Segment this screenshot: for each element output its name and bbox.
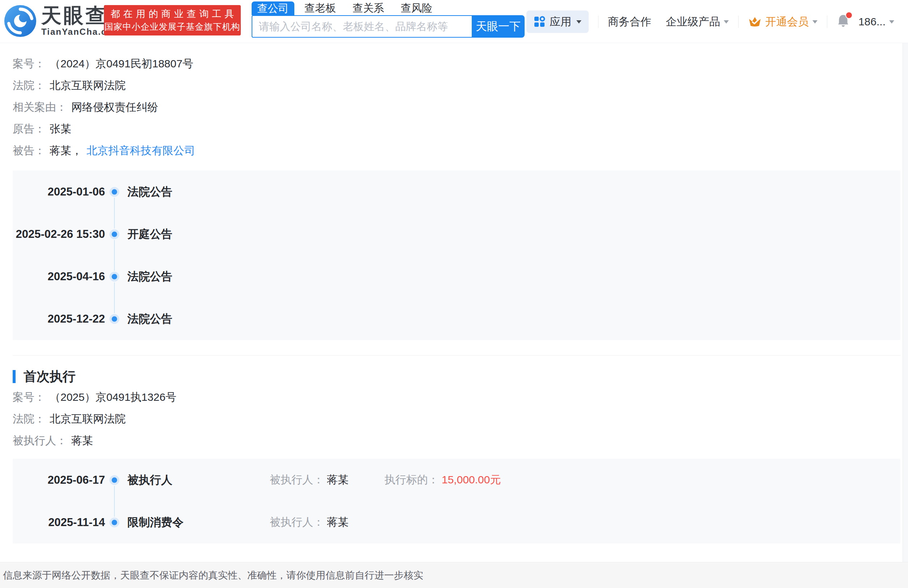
timeline-event-title: 法院公告 bbox=[127, 311, 172, 327]
execution-target: 执行标的： 15,000.00元 bbox=[385, 472, 501, 487]
field-label: 被告： bbox=[13, 143, 45, 158]
timeline-row[interactable]: 2025-11-14 限制消费令 被执行人： 蒋某 bbox=[13, 501, 900, 543]
field-label: 法院： bbox=[13, 78, 45, 93]
timeline-date: 2025-02-26 15:30 bbox=[13, 228, 105, 241]
promo-banner: 都在用的商业查询工具 国家中小企业发展子基金旗下机构 bbox=[104, 5, 241, 35]
tab-boss[interactable]: 查老板 bbox=[304, 1, 336, 16]
promo-banner-line2: 国家中小企业发展子基金旗下机构 bbox=[104, 20, 241, 33]
vip-label: 开通会员 bbox=[765, 14, 809, 29]
timeline-track bbox=[105, 213, 124, 255]
case-field-row: 原告： 张某 bbox=[13, 118, 900, 140]
execution-section-title: 首次执行 bbox=[24, 368, 76, 386]
field-value: 北京互联网法院 bbox=[50, 412, 126, 427]
defendant-name: 蒋某， bbox=[50, 143, 82, 158]
tianyancha-eye-icon bbox=[3, 4, 37, 38]
timeline-track bbox=[105, 171, 124, 213]
search-module: 查公司 查老板 查关系 查风险 天眼一下 bbox=[252, 2, 525, 38]
executed-person-value: 蒋某 bbox=[327, 515, 349, 530]
execution-target-label: 执行标的： bbox=[385, 472, 439, 487]
timeline-event-title: 开庭公告 bbox=[127, 227, 172, 242]
timeline-dot-icon bbox=[112, 189, 117, 195]
nav-divider bbox=[827, 16, 827, 28]
nav-divider bbox=[598, 16, 599, 28]
field-value: 北京互联网法院 bbox=[50, 78, 126, 93]
timeline-dot-icon bbox=[112, 274, 117, 279]
vip-upgrade-button[interactable]: 开通会员 bbox=[748, 14, 818, 29]
tab-company[interactable]: 查公司 bbox=[252, 2, 295, 15]
timeline-track bbox=[105, 298, 124, 340]
chevron-down-icon bbox=[724, 20, 729, 24]
apps-menu-label: 应用 bbox=[550, 14, 571, 29]
field-value: （2025）京0491执1326号 bbox=[50, 390, 176, 405]
executed-person-label: 被执行人： bbox=[270, 472, 324, 487]
tab-relation[interactable]: 查关系 bbox=[353, 1, 384, 16]
field-label: 案号： bbox=[13, 56, 45, 71]
scrollbar[interactable] bbox=[903, 32, 908, 588]
timeline-row[interactable]: 2025-01-06 法院公告 bbox=[13, 171, 900, 213]
nav-divider bbox=[738, 16, 739, 28]
timeline-dot-icon bbox=[112, 231, 117, 237]
timeline-dot-icon bbox=[112, 520, 117, 525]
field-value: （2024）京0491民初18807号 bbox=[50, 56, 193, 71]
field-label: 原告： bbox=[13, 122, 45, 137]
timeline-event-title: 被执行人 bbox=[127, 472, 270, 488]
nav-enterprise-label: 企业级产品 bbox=[666, 14, 720, 29]
case-field-row: 案号： （2024）京0491民初18807号 bbox=[13, 53, 900, 74]
footer-disclaimer-bar: 信息来源于网络公开数据，天眼查不保证内容的真实性、准确性，请你使用信息前自行进一… bbox=[0, 562, 908, 588]
timeline-row[interactable]: 2025-06-17 被执行人 被执行人： 蒋某 执行标的： 15,000.00… bbox=[13, 459, 900, 501]
defendant-row: 被告： 蒋某， 北京抖音科技有限公司 bbox=[13, 140, 900, 161]
tab-risk[interactable]: 查风险 bbox=[401, 1, 432, 16]
timeline-dot-icon bbox=[112, 477, 117, 483]
field-label: 法院： bbox=[13, 412, 45, 427]
timeline-date: 2025-12-22 bbox=[13, 313, 105, 325]
timeline-row[interactable]: 2025-02-26 15:30 开庭公告 bbox=[13, 213, 900, 255]
crown-icon bbox=[748, 16, 762, 28]
apps-menu-button[interactable]: 应用 bbox=[526, 11, 589, 33]
chevron-down-icon bbox=[812, 20, 818, 24]
timeline-row[interactable]: 2025-12-22 法院公告 bbox=[13, 298, 900, 340]
main-content: 案号： （2024）京0491民初18807号 法院： 北京互联网法院 相关案由… bbox=[0, 43, 908, 543]
execution-target-amount: 15,000.00元 bbox=[442, 472, 501, 487]
timeline-date: 2025-11-14 bbox=[13, 516, 105, 529]
timeline-track bbox=[105, 255, 124, 298]
nav-business-cooperation[interactable]: 商务合作 bbox=[608, 14, 651, 29]
timeline-date: 2025-04-16 bbox=[13, 270, 105, 283]
timeline-row[interactable]: 2025-04-16 法院公告 bbox=[13, 255, 900, 298]
timeline-track bbox=[105, 501, 124, 543]
notifications-button[interactable] bbox=[837, 14, 850, 30]
case-detail-fields: 案号： （2024）京0491民初18807号 法院： 北京互联网法院 相关案由… bbox=[13, 53, 900, 140]
apps-grid-icon bbox=[534, 16, 545, 27]
execution-timeline-card: 2025-06-17 被执行人 被执行人： 蒋某 执行标的： 15,000.00… bbox=[13, 459, 900, 543]
top-header: 天眼查 TianYanCha.com 都在用的商业查询工具 国家中小企业发展子基… bbox=[0, 0, 908, 43]
field-value: 张某 bbox=[50, 122, 71, 137]
search-input[interactable] bbox=[252, 15, 472, 38]
field-value: 网络侵权责任纠纷 bbox=[71, 100, 158, 115]
header-nav: 应用 商务合作 企业级产品 开通会员 186... bbox=[526, 10, 894, 33]
field-value: 蒋某 bbox=[71, 433, 93, 448]
search-button[interactable]: 天眼一下 bbox=[472, 15, 525, 38]
executed-person-label: 被执行人： bbox=[270, 515, 324, 530]
executed-person: 被执行人： 蒋某 bbox=[270, 472, 385, 487]
timeline-date: 2025-06-17 bbox=[13, 474, 105, 487]
timeline-dot-icon bbox=[112, 316, 117, 322]
timeline-track bbox=[105, 459, 124, 501]
case-timeline-card: 2025-01-06 法院公告 2025-02-26 15:30 开庭公告 20 bbox=[13, 171, 900, 340]
case-field-row: 法院： 北京互联网法院 bbox=[13, 74, 900, 96]
account-menu[interactable]: 186... bbox=[858, 16, 894, 28]
timeline-event-title: 法院公告 bbox=[127, 269, 172, 284]
field-label: 被执行人： bbox=[13, 433, 67, 448]
chevron-down-icon bbox=[576, 20, 581, 24]
search-tabs: 查公司 查老板 查关系 查风险 bbox=[252, 2, 525, 15]
promo-banner-line1: 都在用的商业查询工具 bbox=[104, 7, 241, 20]
executed-person: 被执行人： 蒋某 bbox=[270, 515, 385, 530]
executed-person-value: 蒋某 bbox=[327, 472, 349, 487]
section-divider bbox=[13, 355, 900, 356]
notification-badge bbox=[845, 11, 853, 19]
timeline-event-title: 法院公告 bbox=[127, 184, 172, 200]
nav-enterprise-products[interactable]: 企业级产品 bbox=[666, 14, 729, 29]
defendant-company-link[interactable]: 北京抖音科技有限公司 bbox=[87, 143, 195, 158]
disclaimer-text: 信息来源于网络公开数据，天眼查不保证内容的真实性、准确性，请你使用信息前自行进一… bbox=[3, 569, 423, 582]
timeline-event-title: 限制消费令 bbox=[127, 515, 270, 530]
execution-field-row: 案号： （2025）京0491执1326号 bbox=[13, 386, 900, 408]
timeline-date: 2025-01-06 bbox=[13, 185, 105, 198]
